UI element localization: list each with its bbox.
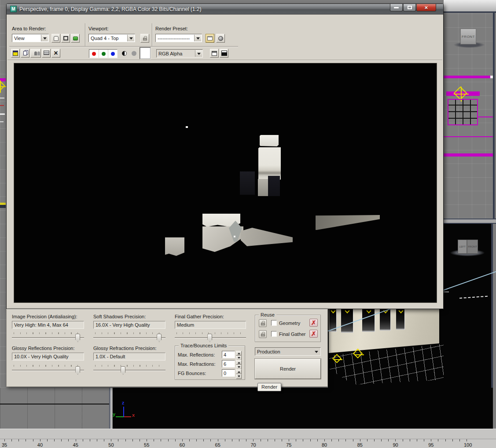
clear-color-swatch[interactable]	[140, 47, 151, 59]
image-precision-slider[interactable]	[12, 332, 84, 343]
auto-region-selected-button[interactable]	[71, 34, 80, 43]
alpha-channel-button[interactable]	[129, 49, 138, 58]
perspective-viewport-bottom[interactable]: z x y	[113, 388, 493, 429]
final-gather-label: Final Gather Precision:	[175, 314, 224, 319]
slider-thumb[interactable]	[157, 334, 162, 342]
titlebar[interactable]: M Perspective, frame 0, Display Gamma: 2…	[7, 4, 443, 15]
render-mode-combo[interactable]: Production	[255, 347, 321, 356]
region-frame-icon	[63, 36, 68, 40]
ruler-tick	[403, 439, 403, 441]
max-refractions-input[interactable]: 6	[222, 360, 235, 368]
left-front-text-box[interactable]: LEFT FRONT	[458, 240, 478, 254]
lock-viewport-button[interactable]	[140, 34, 149, 43]
perspective-viewport-center[interactable]	[328, 309, 444, 388]
save-image-button[interactable]	[11, 49, 20, 58]
soft-shadows-label: Soft Shadows Precision:	[93, 314, 146, 319]
lock-icon	[143, 38, 147, 40]
slider-ticks	[95, 332, 164, 334]
fg-bounces-input[interactable]: 0	[222, 369, 235, 377]
reuse-geometry-checkbox[interactable]	[271, 320, 277, 326]
edge-red	[0, 105, 4, 106]
viewport-divider[interactable]	[444, 219, 496, 224]
front-text-box[interactable]: FRONT	[460, 29, 476, 44]
ui-overlay-icon	[212, 51, 217, 56]
render-setup-button[interactable]	[206, 34, 214, 43]
ruler-label: 65	[215, 442, 220, 448]
render-canvas[interactable]	[14, 63, 437, 303]
green-channel-button[interactable]	[99, 50, 108, 58]
max-reflections-label: Max. Reflections:	[178, 352, 215, 357]
glossy-reflections-field: 10.0X - Very High Quality	[12, 353, 84, 361]
slider-thumb[interactable]	[207, 334, 212, 342]
front-viewport[interactable]: FRONT	[444, 11, 496, 219]
render-button[interactable]: Render	[255, 359, 321, 379]
ruler-tick	[467, 439, 467, 441]
area-to-render-label: Area to Render:	[12, 26, 46, 31]
environment-dialog-button[interactable]	[216, 34, 225, 43]
main-toolbar-edge	[444, 0, 496, 11]
mr-render-controls-panel: Image Precision (Antialiasing): Very Hig…	[6, 309, 328, 387]
separator	[152, 23, 153, 46]
top-viewport-bottom-left[interactable]	[0, 388, 109, 429]
viewport-combo[interactable]: Quad 4 - Top	[88, 34, 135, 42]
maximize-button[interactable]	[403, 4, 416, 11]
max-reflections-spinner[interactable]	[236, 351, 242, 358]
image-precision-field: Very High: Min 4, Max 64	[12, 321, 84, 329]
ruler-tick	[253, 439, 254, 441]
red-channel-button[interactable]	[89, 50, 99, 58]
box-face-left: LEFT	[458, 240, 467, 253]
clear-geometry-button[interactable]: ✗	[309, 319, 318, 327]
final-gather-slider[interactable]	[175, 332, 246, 343]
spin-down-icon	[238, 357, 240, 360]
viewport-splitter[interactable]	[109, 388, 113, 429]
lock-final-gather-button[interactable]	[259, 330, 267, 338]
ruler-tick	[374, 439, 375, 441]
clone-window-button[interactable]	[30, 49, 41, 58]
max-reflections-input[interactable]: 4	[222, 351, 235, 358]
copy-image-button[interactable]	[21, 49, 29, 58]
clear-final-gather-button[interactable]: ✗	[309, 330, 318, 338]
auto-region-button[interactable]	[61, 34, 70, 43]
close-button[interactable]: ✕	[416, 4, 436, 11]
ruler-tick	[324, 439, 325, 441]
area-to-render-combo[interactable]: View	[12, 34, 49, 42]
ruler-tick	[417, 439, 417, 441]
blue-channel-button[interactable]	[108, 50, 117, 58]
timeline-ruler[interactable]: 35404550556065707580859095100	[0, 439, 496, 448]
slider-thumb[interactable]	[75, 334, 80, 342]
selected-grid-object[interactable]	[448, 99, 478, 125]
lock-geometry-button[interactable]	[259, 319, 267, 327]
reuse-final-gather-checkbox[interactable]	[271, 331, 277, 337]
clear-button[interactable]: ×	[51, 49, 60, 58]
combo-arrow-icon	[194, 35, 201, 41]
glossy-reflections-slider[interactable]	[12, 365, 84, 375]
final-gather-field: Medium	[175, 321, 246, 329]
toggle-ui-overlays-button[interactable]	[210, 49, 219, 58]
render-bucket	[268, 176, 280, 196]
print-image-button[interactable]	[42, 49, 51, 58]
reuse-group-label: Reuse	[259, 312, 276, 317]
slider-thumb[interactable]	[121, 366, 125, 375]
left-viewport-strip[interactable]	[0, 0, 6, 388]
monochrome-button[interactable]	[120, 49, 129, 58]
edit-region-button[interactable]	[51, 34, 60, 43]
ruler-tick	[303, 439, 303, 441]
minimize-button[interactable]	[390, 4, 403, 11]
slider-thumb[interactable]	[75, 366, 80, 375]
ruler-tick	[431, 439, 431, 441]
blue-channel-icon	[111, 52, 115, 56]
render-preset-combo[interactable]: --------------------	[155, 34, 202, 42]
soft-shadows-slider[interactable]	[93, 332, 165, 343]
render-bucket	[240, 171, 255, 195]
toggle-ui-button[interactable]	[220, 49, 228, 58]
channel-display-combo[interactable]: RGB Alpha	[156, 49, 203, 58]
slider-ticks	[95, 365, 164, 367]
ruler-tick	[345, 439, 346, 441]
ruler-tick	[338, 439, 339, 441]
ruler-tick	[182, 439, 183, 441]
ruler-tick	[459, 439, 460, 441]
max-refractions-spinner[interactable]	[236, 360, 242, 368]
fg-bounces-spinner[interactable]	[236, 369, 242, 377]
glossy-refractions-slider[interactable]	[93, 365, 165, 375]
ruler-tick	[33, 439, 33, 441]
